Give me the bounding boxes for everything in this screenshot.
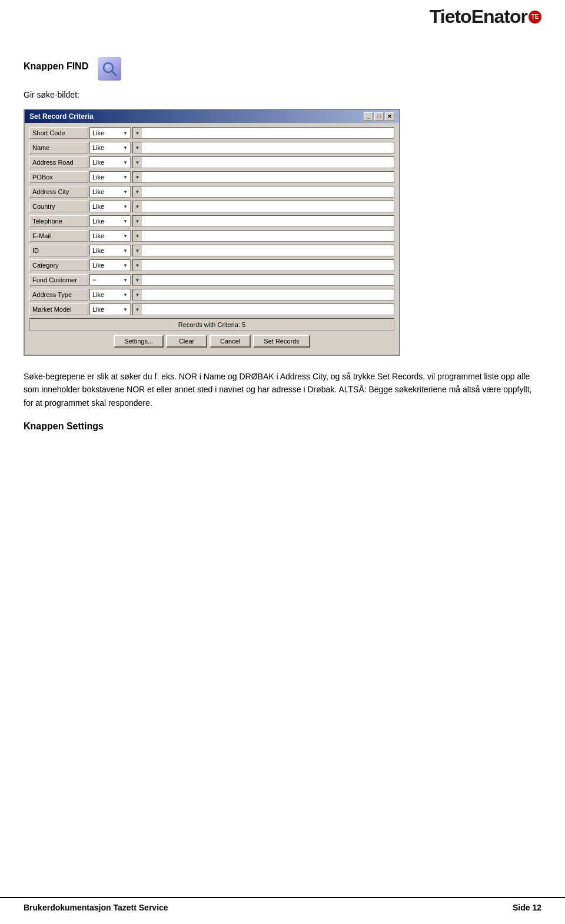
operator-id[interactable]: Like ▼ — [89, 245, 131, 256]
label-address-road: Address Road — [29, 156, 88, 168]
value-id[interactable]: ▼ — [132, 245, 394, 256]
set-records-button[interactable]: Set Records — [253, 335, 310, 348]
operator-address-city[interactable]: Like ▼ — [89, 186, 131, 198]
value-email[interactable]: ▼ — [132, 230, 394, 242]
form-row-short-code: Short Code Like ▼ ▼ — [29, 126, 394, 139]
value-country[interactable]: ▼ — [132, 201, 394, 212]
value-pobox[interactable]: ▼ — [132, 171, 394, 183]
value-address-city[interactable]: ▼ — [132, 186, 394, 198]
value-short-code[interactable]: ▼ — [132, 127, 394, 139]
label-email: E-Mail — [29, 230, 88, 242]
find-icon — [98, 57, 121, 81]
value-dd-address-city[interactable]: ▼ — [132, 186, 142, 197]
value-dd-address-road[interactable]: ▼ — [132, 157, 142, 168]
operator-address-road[interactable]: Like ▼ — [89, 156, 131, 168]
value-address-road[interactable]: ▼ — [132, 156, 394, 168]
value-market-model[interactable]: ▼ — [132, 303, 394, 315]
dialog-titlebar: Set Record Criteria _ □ ✕ — [25, 110, 399, 123]
footer: Brukerdokumentasjon Tazett Service Side … — [0, 897, 565, 912]
value-category[interactable]: ▼ — [132, 259, 394, 271]
dialog-maximize-btn[interactable]: □ — [374, 112, 384, 121]
operator-fund-customer[interactable]: = ▼ — [89, 274, 131, 286]
form-row-pobox: POBox Like ▼ ▼ — [29, 171, 394, 184]
find-section-heading-row: Knappen FIND — [24, 57, 541, 81]
dialog-minimize-btn[interactable]: _ — [364, 112, 373, 121]
label-short-code: Short Code — [29, 127, 88, 139]
operator-name[interactable]: Like ▼ — [89, 142, 131, 154]
operator-market-model[interactable]: Like ▼ — [89, 303, 131, 315]
value-dd-category[interactable]: ▼ — [132, 260, 142, 271]
value-dd-address-type[interactable]: ▼ — [132, 289, 142, 300]
value-dd-short-code[interactable]: ▼ — [132, 128, 142, 138]
dialog-buttons: Settings... Clear Cancel Set Records — [29, 335, 394, 351]
value-dd-id[interactable]: ▼ — [132, 245, 142, 256]
label-fund-customer: Fund Customer — [29, 274, 88, 286]
form-row-id: ID Like ▼ ▼ — [29, 244, 394, 257]
value-dd-telephone[interactable]: ▼ — [132, 216, 142, 226]
value-telephone[interactable]: ▼ — [132, 215, 394, 227]
logo-text: TietoEnator — [430, 6, 527, 28]
label-address-type: Address Type — [29, 289, 88, 301]
clear-button[interactable]: Clear — [166, 335, 207, 348]
form-row-name: Name Like ▼ ▼ — [29, 141, 394, 154]
label-address-city: Address City — [29, 186, 88, 198]
logo: TietoEnator TE — [430, 6, 541, 28]
section1-subtext: Gir søke-bildet: — [24, 90, 541, 99]
value-dd-name[interactable]: ▼ — [132, 142, 142, 153]
operator-email[interactable]: Like ▼ — [89, 230, 131, 242]
dialog-body: Short Code Like ▼ ▼ Name Like ▼ ▼ Addres… — [25, 123, 399, 355]
svg-point-2 — [105, 65, 109, 68]
header: TietoEnator TE — [0, 0, 565, 39]
dialog-controls: _ □ ✕ — [364, 112, 394, 121]
operator-short-code[interactable]: Like ▼ — [89, 127, 131, 139]
label-country: Country — [29, 201, 88, 212]
label-pobox: POBox — [29, 171, 88, 183]
label-category: Category — [29, 259, 88, 271]
form-row-address-city: Address City Like ▼ ▼ — [29, 185, 394, 198]
body-text-1: Søke-begrepene er slik at søker du f. ek… — [24, 370, 541, 409]
operator-country[interactable]: Like ▼ — [89, 201, 131, 212]
form-row-category: Category Like ▼ ▼ — [29, 259, 394, 272]
label-id: ID — [29, 245, 88, 256]
value-dd-market-model[interactable]: ▼ — [132, 304, 142, 315]
form-row-country: Country Like ▼ ▼ — [29, 200, 394, 213]
section2-heading: Knappen Settings — [24, 421, 541, 432]
label-market-model: Market Model — [29, 303, 88, 315]
value-dd-email[interactable]: ▼ — [132, 231, 142, 241]
form-row-market-model: Market Model Like ▼ ▼ — [29, 303, 394, 316]
label-name: Name — [29, 142, 88, 154]
form-row-address-road: Address Road Like ▼ ▼ — [29, 156, 394, 169]
value-dd-pobox[interactable]: ▼ — [132, 172, 142, 182]
operator-address-type[interactable]: Like ▼ — [89, 289, 131, 301]
dialog-title: Set Record Criteria — [29, 112, 94, 121]
value-address-type[interactable]: ▼ — [132, 289, 394, 301]
operator-pobox[interactable]: Like ▼ — [89, 171, 131, 183]
logo-badge: TE — [529, 11, 541, 24]
form-row-email: E-Mail Like ▼ ▼ — [29, 229, 394, 242]
form-row-fund-customer: Fund Customer = ▼ ▼ — [29, 273, 394, 286]
dialog-window: Set Record Criteria _ □ ✕ Short Code Lik… — [24, 109, 400, 356]
footer-right: Side 12 — [513, 903, 541, 912]
settings-button[interactable]: Settings... — [114, 335, 164, 348]
records-bar: Records with Criteria: 5 — [29, 318, 394, 331]
value-dd-fund-customer[interactable]: ▼ — [132, 275, 142, 285]
label-telephone: Telephone — [29, 215, 88, 227]
value-dd-country[interactable]: ▼ — [132, 201, 142, 212]
cancel-button[interactable]: Cancel — [210, 335, 251, 348]
page-content: Knappen FIND Gir søke-bildet: Set Record… — [0, 39, 565, 483]
footer-left: Brukerdokumentasjon Tazett Service — [24, 903, 168, 912]
operator-category[interactable]: Like ▼ — [89, 259, 131, 271]
form-row-address-type: Address Type Like ▼ ▼ — [29, 288, 394, 301]
dialog-close-btn[interactable]: ✕ — [385, 112, 394, 121]
value-fund-customer[interactable]: ▼ — [132, 274, 394, 286]
value-name[interactable]: ▼ — [132, 142, 394, 154]
form-row-telephone: Telephone Like ▼ ▼ — [29, 215, 394, 228]
section1-heading: Knappen FIND — [24, 61, 88, 72]
svg-line-1 — [112, 71, 116, 75]
operator-telephone[interactable]: Like ▼ — [89, 215, 131, 227]
